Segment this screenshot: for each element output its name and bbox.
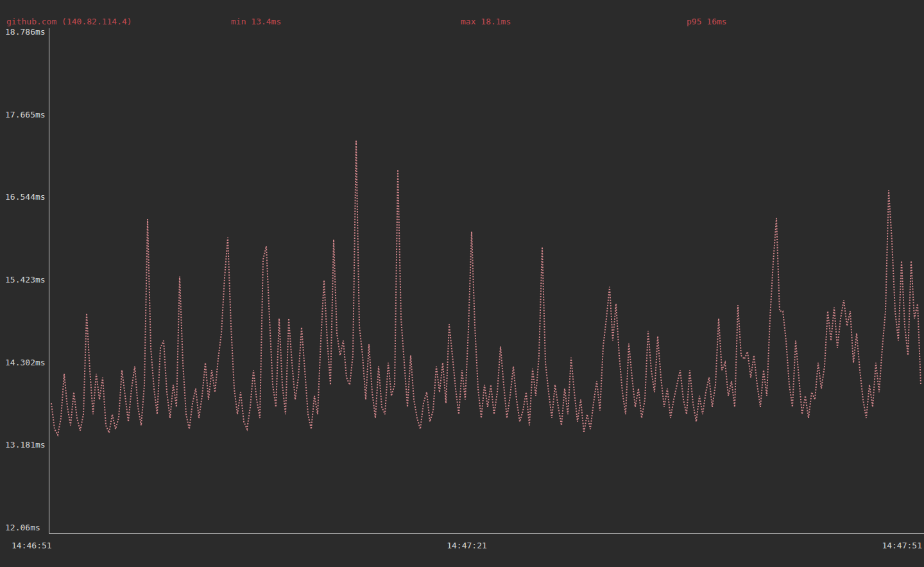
x-axis-tick-label: 14:47:51: [882, 541, 922, 551]
x-axis-tick-label: 14:46:51: [12, 541, 52, 551]
y-axis-tick-label: 18.786ms: [5, 27, 46, 37]
ping-latency-chart: [0, 0, 924, 567]
x-axis-line: [49, 533, 924, 534]
gping-terminal-graph: github.com (140.82.114.4) min 13.4ms max…: [0, 0, 924, 567]
x-axis-ticks: 14:46:5114:47:2114:47:51: [12, 541, 922, 551]
y-axis-tick-label: 14.302ms: [5, 358, 46, 368]
y-axis-tick-label: 13.181ms: [5, 440, 46, 450]
ping-series-path: [51, 140, 921, 435]
x-axis-tick-label: 14:47:21: [447, 541, 487, 551]
y-axis-tick-label: 12.06ms: [5, 523, 40, 533]
y-axis-tick-label: 16.544ms: [5, 192, 46, 202]
y-axis-line: [49, 28, 49, 534]
y-axis-tick-label: 15.423ms: [5, 275, 46, 285]
y-axis-tick-label: 17.665ms: [5, 110, 46, 120]
